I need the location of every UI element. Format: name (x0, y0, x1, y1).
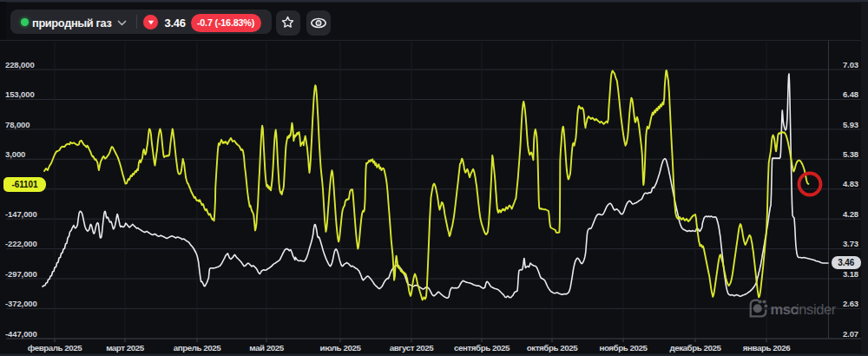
svg-text:msc: msc (771, 301, 799, 317)
svg-text:insider: insider (796, 301, 837, 317)
